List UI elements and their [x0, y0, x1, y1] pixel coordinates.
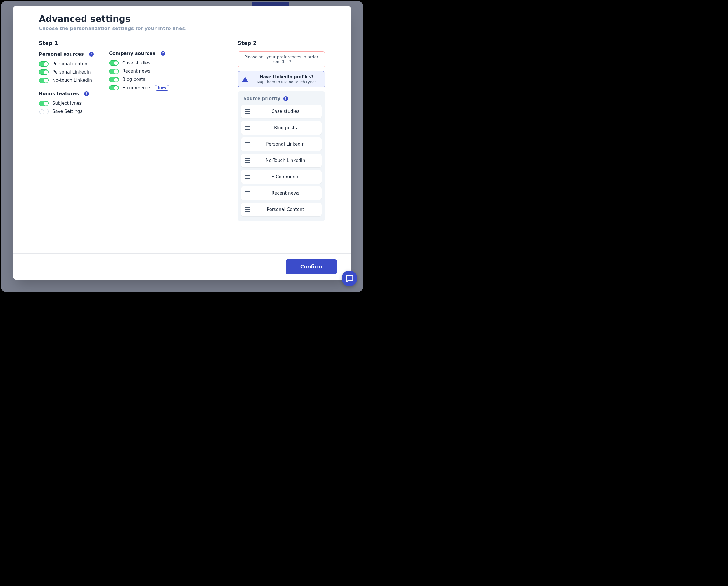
toggle-label: No-touch LinkedIn [52, 78, 92, 83]
priority-item[interactable]: Recent news [241, 186, 322, 200]
drag-handle-icon[interactable] [245, 191, 250, 195]
toggle-label: Subject lynes [52, 101, 81, 106]
company-sources-title: Company sources [109, 51, 155, 56]
chat-widget-button[interactable] [342, 270, 357, 286]
drag-handle-icon[interactable] [245, 158, 250, 163]
confirm-button[interactable]: Confirm [286, 260, 337, 274]
help-icon[interactable]: ? [84, 91, 89, 96]
toggle-label: Save Settings [52, 109, 82, 114]
toggle-personal-linkedin[interactable] [39, 70, 49, 75]
toggle-personal-content[interactable] [39, 61, 49, 66]
linkedin-info-box[interactable]: Have LinkedIn profiles? Map them to use … [237, 71, 325, 87]
drag-handle-icon[interactable] [245, 142, 250, 146]
preference-warning: Please set your preferences in order fro… [237, 51, 325, 67]
priority-item[interactable]: Personal Content [241, 203, 322, 216]
divider [182, 52, 182, 139]
bonus-features-title: Bonus features [39, 91, 79, 96]
toggle-label: E-commerce [122, 85, 150, 90]
drag-handle-icon[interactable] [245, 175, 250, 179]
toggle-label: Recent news [122, 69, 150, 74]
toggle-subject-lynes[interactable] [39, 101, 49, 106]
help-icon[interactable]: ? [161, 51, 165, 56]
new-badge: New [154, 85, 170, 91]
priority-item[interactable]: E-Commerce [241, 170, 322, 184]
step2-heading: Step 2 [237, 40, 325, 46]
toggle-label: Blog posts [122, 77, 145, 82]
info-subtitle: Map them to use no-touch Lynes [252, 80, 321, 84]
toggle-case-studies[interactable] [109, 60, 119, 66]
toggle-label: Personal LinkedIn [52, 70, 91, 75]
toggle-blog-posts[interactable] [109, 77, 119, 82]
drag-handle-icon[interactable] [245, 109, 250, 113]
modal-title: Advanced settings [39, 14, 325, 24]
toggle-label: Case studies [122, 60, 150, 66]
modal-subtitle: Choose the personalization settings for … [39, 26, 325, 31]
source-priority-panel: Source priority? Case studies Blog posts… [237, 91, 325, 221]
priority-item[interactable]: No-Touch LinkedIn [241, 154, 322, 167]
step1-heading: Step 1 [39, 40, 97, 46]
priority-item[interactable]: Personal LinkedIn [241, 137, 322, 151]
personal-sources-title: Personal sources [39, 51, 84, 57]
toggle-no-touch-linkedin[interactable] [39, 78, 49, 83]
help-icon[interactable]: ? [283, 96, 288, 101]
priority-item[interactable]: Blog posts [241, 121, 322, 135]
toggle-label: Personal content [52, 61, 89, 66]
toggle-ecommerce[interactable] [109, 85, 119, 90]
source-priority-title: Source priority [243, 96, 280, 101]
toggle-save-settings[interactable] [39, 109, 49, 114]
toggle-recent-news[interactable] [109, 69, 119, 74]
info-title: Have LinkedIn profiles? [252, 74, 321, 79]
drag-handle-icon[interactable] [245, 126, 250, 130]
priority-item[interactable]: Case studies [241, 105, 322, 118]
advanced-settings-modal: Advanced settings Choose the personaliza… [12, 5, 351, 280]
help-icon[interactable]: ? [89, 52, 94, 57]
drag-handle-icon[interactable] [245, 208, 250, 212]
alert-icon [242, 76, 248, 83]
